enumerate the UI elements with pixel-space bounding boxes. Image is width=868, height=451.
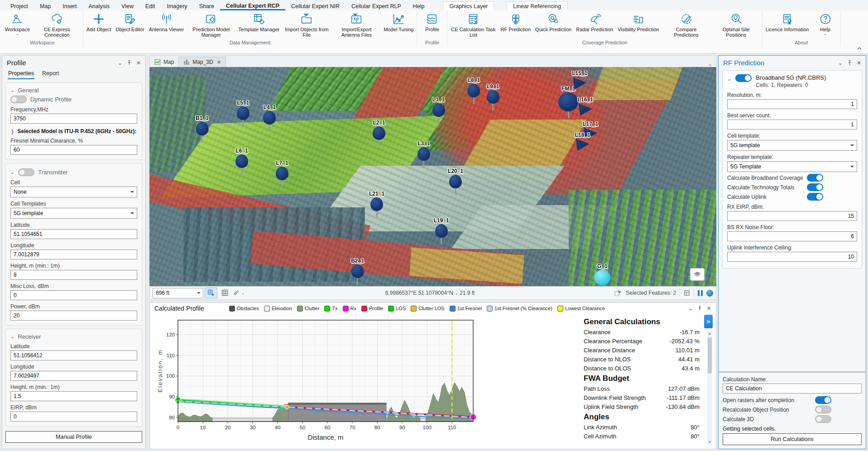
chevron-down-icon[interactable]: ⌄ — [10, 87, 14, 93]
legend-item-obstacles[interactable]: Obstacles — [229, 306, 259, 312]
grid-button[interactable] — [219, 288, 231, 298]
cell-templates-select[interactable]: 5G template — [10, 208, 137, 219]
ribbon-button-visibility-prediction[interactable]: Visibility Prediction — [615, 11, 662, 33]
recalculate-object-position-toggle[interactable] — [815, 406, 831, 413]
tab-overflow-chevron-icon[interactable]: ⌄ — [708, 61, 712, 67]
site-marker-l19-1[interactable]: L19_1 — [434, 217, 449, 245]
ribbon-button-object-editor[interactable]: Object Editor — [113, 11, 147, 33]
misc-loss-dbm-input[interactable] — [10, 290, 137, 300]
site-marker-l18-1[interactable]: L18_1 — [575, 132, 590, 151]
ribbon-tab-cellular-expert-rcp[interactable]: Cellular Expert RCP — [220, 1, 285, 10]
scroll-down-arrow[interactable]: ▼ — [707, 440, 712, 445]
fresnel-clearance-input[interactable] — [10, 145, 137, 155]
calculate-broadband-coverage-toggle[interactable] — [807, 174, 823, 182]
ribbon-tab-imagery[interactable]: Imagery — [161, 2, 193, 10]
network-enabled-toggle[interactable] — [735, 74, 752, 82]
profile-tab-report[interactable]: Report — [42, 69, 60, 79]
ribbon-button-optimal-site-positions[interactable]: Optimal Site Positions — [711, 11, 761, 38]
resolution-m-input[interactable] — [727, 99, 857, 109]
longitude-input[interactable] — [10, 371, 137, 381]
ribbon-button-model-tuning[interactable]: Model Tuning — [381, 11, 416, 33]
map-scale-select[interactable]: 696 ft — [153, 288, 203, 298]
legend-item-clutter[interactable]: Clutter — [297, 306, 319, 312]
close-tab-icon[interactable]: ✕ — [217, 59, 221, 65]
calculate-uplink-toggle[interactable] — [807, 193, 823, 201]
legend-item-tx[interactable]: Tx — [324, 306, 337, 312]
site-marker-l3-1[interactable]: L3_1 — [417, 140, 430, 168]
scroll-up-arrow[interactable]: ▲ — [707, 331, 712, 336]
selected-model-note[interactable]: ❭ Selected Model is ITU-R P.452 (6GHz - … — [10, 128, 137, 134]
site-marker-l2-1[interactable]: L2_1 — [373, 120, 385, 147]
legend-item-1st-fresnel-clearance[interactable]: 1st Fresnel (% Clearance) — [487, 306, 552, 312]
close-icon[interactable]: ✕ — [707, 306, 711, 311]
site-marker-l4-1[interactable]: L4_1 — [263, 104, 276, 131]
site-marker-l21-1[interactable]: L21_1 — [369, 191, 384, 218]
legend-item-los[interactable]: LOS — [388, 306, 406, 312]
legend-item-rx[interactable]: Rx — [343, 306, 356, 312]
legend-item-profile[interactable]: Profile — [361, 306, 383, 312]
frequency-input[interactable] — [10, 114, 137, 124]
map-tab-map[interactable]: Map — [150, 57, 178, 67]
refresh-globe-icon[interactable] — [706, 290, 713, 297]
ribbon-button-ce-calculation-task-list[interactable]: CE Calculation Task List — [448, 11, 498, 38]
bs-rx-noise-floor-input[interactable] — [727, 231, 857, 241]
best-server-count-input[interactable] — [727, 120, 857, 130]
close-icon[interactable]: ✕ — [136, 61, 141, 65]
ribbon-tab-edit[interactable]: Edit — [139, 2, 161, 10]
calculate-3d-toggle[interactable] — [815, 415, 831, 423]
legend-item-lowest-clearance[interactable]: Lowest Clearance — [557, 306, 605, 312]
run-calculations-button[interactable]: Run Calculations — [723, 433, 862, 445]
scrollbar-thumb[interactable] — [708, 337, 712, 374]
longitude-input[interactable] — [10, 249, 137, 259]
site-marker-l1-1[interactable]: L1_1 — [432, 96, 445, 124]
pause-drawing-icon[interactable] — [698, 290, 703, 296]
calculation-name-input[interactable] — [723, 384, 862, 393]
site-marker-l8-1[interactable]: L8_1 — [467, 77, 480, 104]
selected-features-label[interactable]: Selected Features: 2 — [626, 290, 676, 296]
ribbon-button-radar-prediction[interactable]: Radar Prediction — [574, 11, 615, 33]
ribbon-tab-insert[interactable]: Insert — [57, 2, 82, 10]
site-marker-l5-1[interactable]: L5_1 — [237, 100, 249, 127]
ribbon-button-import-export-antenna-files[interactable]: Import/Export Antenna Files — [331, 11, 381, 38]
power-dbm-input[interactable] — [10, 311, 137, 321]
site-marker-l6-1[interactable]: L6_1 — [235, 148, 248, 175]
eirp-dbm-input[interactable] — [10, 412, 137, 422]
height-m-min-1m-input[interactable] — [10, 270, 137, 280]
chevron-down-icon[interactable]: ⌄ — [838, 61, 843, 65]
chevron-down-icon[interactable]: ⌄ — [688, 306, 693, 311]
open-rasters-after-completion-toggle[interactable] — [815, 396, 831, 404]
ribbon-button-template-manager[interactable]: Template Manager — [236, 11, 282, 33]
legend-item-clutter-los[interactable]: Clutter LOS — [411, 306, 444, 312]
snapping-button[interactable]: ⌄ — [233, 288, 245, 298]
ribbon-button-compare-predictions[interactable]: Compare Predictions — [662, 11, 711, 38]
rx-eirp-dbm-input[interactable] — [727, 211, 857, 221]
manual-profile-button[interactable]: Manual Profile — [5, 431, 142, 443]
ribbon-tab-cellular-expert-nir[interactable]: Cellular Expert NIR — [285, 2, 345, 10]
pin-icon[interactable] — [847, 60, 852, 66]
ribbon-tab-help[interactable]: Help — [407, 2, 431, 10]
ribbon-button-profile[interactable]: Profile — [418, 11, 446, 33]
dynamic-profile-toggle[interactable] — [10, 96, 27, 103]
map-canvas[interactable]: L5_1L4_1B1_1L1_1L8_1L9_1L2_1L3_1L6_1L7_1… — [149, 67, 716, 286]
ribbon-button-import-objects-from-file[interactable]: Import Objects from File — [282, 11, 331, 38]
ribbon-tab-cellular-expert-rlp[interactable]: Cellular Expert RLP — [345, 2, 407, 10]
ribbon-tab-view[interactable]: View — [115, 2, 139, 10]
pin-icon[interactable] — [127, 60, 132, 66]
close-icon[interactable]: ✕ — [857, 61, 861, 65]
spatial-filter-icon[interactable] — [684, 290, 690, 296]
ribbon-button-antenna-viewer[interactable]: Antenna Viewer — [147, 11, 186, 33]
chevron-down-icon[interactable]: ⌄ — [727, 76, 731, 82]
site-marker-b2-1[interactable]: B2_1 — [351, 258, 364, 285]
ribbon-button-add-object[interactable]: Add Object — [84, 11, 113, 33]
legend-item-elevation[interactable]: Elevation — [264, 306, 292, 312]
selection-grid-button[interactable] — [205, 288, 217, 298]
site-marker-fm-1[interactable]: FM_1 — [558, 86, 578, 118]
legend-item-1st-fresnel[interactable]: 1st Fresnel — [450, 306, 482, 312]
cell-select[interactable]: None — [10, 187, 137, 197]
chevron-down-icon[interactable]: ⌄ — [118, 61, 122, 65]
map-coordinates-readout[interactable]: 6.9986537°E 51.1078004°N ⌄ 21.9 ft — [245, 290, 614, 296]
chevron-down-icon[interactable]: ⌄ — [10, 334, 14, 340]
ribbon-tab-map[interactable]: Map — [34, 2, 57, 10]
site-marker-l15-1[interactable]: L15_1 — [572, 70, 587, 89]
ribbon-collapse-button[interactable] — [855, 46, 863, 52]
